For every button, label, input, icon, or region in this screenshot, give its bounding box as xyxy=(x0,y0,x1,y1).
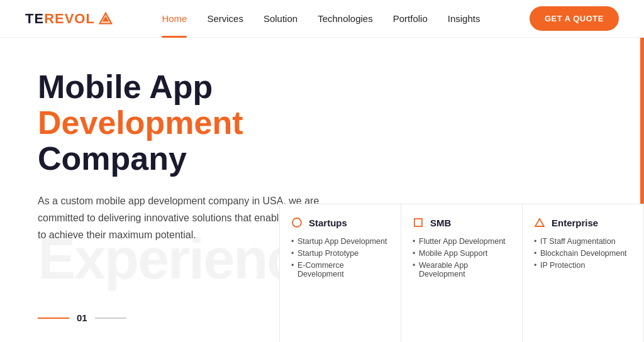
enterprise-item-1: IT Staff Augmentation xyxy=(534,237,632,246)
logo: TEREVOL xyxy=(25,11,113,27)
nav-services[interactable]: Services xyxy=(207,13,243,24)
hero-title-orange: Development xyxy=(38,104,243,141)
card-header-smb: SMB xyxy=(413,217,511,228)
service-cards: Startups Startup App Development Startup… xyxy=(279,204,644,342)
enterprise-items: IT Staff Augmentation Blockchain Develop… xyxy=(534,237,632,270)
service-card-startups: Startups Startup App Development Startup… xyxy=(279,204,401,342)
nav-insights[interactable]: Insights xyxy=(448,13,480,24)
logo-triangle-icon xyxy=(99,12,113,26)
slide-line-right xyxy=(95,317,126,319)
svg-rect-3 xyxy=(414,219,422,226)
main-content: Experience Mobile App Development Compan… xyxy=(0,38,644,342)
svg-marker-4 xyxy=(535,219,544,226)
smb-square-icon xyxy=(413,217,424,228)
enterprise-item-2: Blockchain Development xyxy=(534,249,632,258)
get-quote-button[interactable]: GET A QUOTE xyxy=(530,6,619,31)
enterprise-item-3: IP Protection xyxy=(534,261,632,270)
nav-technologies[interactable]: Technologies xyxy=(318,13,373,24)
nav-portfolio[interactable]: Portfolio xyxy=(393,13,428,24)
hero-title-dark2: Company xyxy=(38,140,187,177)
slide-indicator: 01 xyxy=(38,312,126,323)
svg-point-2 xyxy=(292,218,301,227)
slide-number: 01 xyxy=(77,312,87,323)
smb-item-1: Flutter App Development xyxy=(413,237,511,246)
card-header-enterprise: Enterprise xyxy=(534,217,632,228)
card-header-startups: Startups xyxy=(291,217,389,228)
startups-circle-icon xyxy=(291,217,303,228)
startups-item-2: Startup Prototype xyxy=(291,249,389,258)
service-card-smb: SMB Flutter App Development Mobile App S… xyxy=(401,204,522,342)
hero-title-dark1: Mobile App xyxy=(38,69,213,105)
startups-item-3: E-Commerce Development xyxy=(291,261,389,279)
nav-solution[interactable]: Solution xyxy=(264,13,297,24)
smb-title: SMB xyxy=(430,218,451,228)
nav-home[interactable]: Home xyxy=(162,13,187,24)
hero-title: Mobile App Development Company xyxy=(38,69,390,177)
main-nav: Home Services Solution Technologies Port… xyxy=(162,13,480,24)
enterprise-title: Enterprise xyxy=(552,218,598,228)
startups-item-1: Startup App Development xyxy=(291,237,389,246)
startups-items: Startup App Development Startup Prototyp… xyxy=(291,237,389,279)
smb-item-3: Wearable App Development xyxy=(413,261,511,279)
enterprise-triangle-icon xyxy=(534,217,545,228)
logo-text: TEREVOL xyxy=(25,11,95,27)
smb-item-2: Mobile App Support xyxy=(413,249,511,258)
slide-line-left xyxy=(38,317,69,319)
service-card-enterprise: Enterprise IT Staff Augmentation Blockch… xyxy=(522,204,644,342)
startups-title: Startups xyxy=(309,218,347,228)
smb-items: Flutter App Development Mobile App Suppo… xyxy=(413,237,511,279)
header: TEREVOL Home Services Solution Technolog… xyxy=(0,0,644,38)
